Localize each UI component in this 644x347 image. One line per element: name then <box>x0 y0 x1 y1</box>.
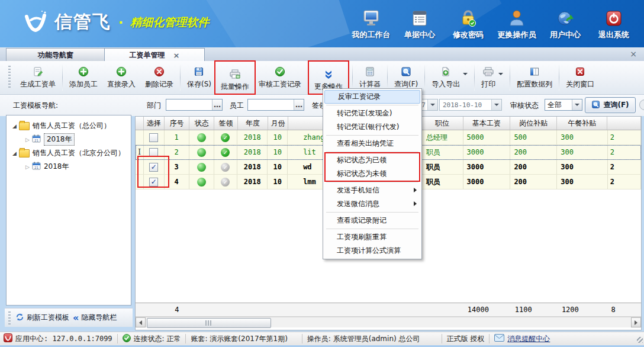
nav-user-center[interactable]: 用户中心 <box>541 7 590 40</box>
summary-clipped: 8 <box>609 303 642 316</box>
scroll-left-arrow[interactable] <box>136 317 146 327</box>
menu-item-mark-signed[interactable]: 标记状态为已领 <box>324 153 421 167</box>
footer-drag-handle[interactable] <box>8 311 11 324</box>
col-header-select[interactable]: 选择 <box>144 117 165 130</box>
batch-operation-button[interactable]: 批量操作 <box>216 62 254 93</box>
menu-item-voucher-cash[interactable]: 转记凭证(发现金) <box>324 107 421 120</box>
menu-item-formula-demo[interactable]: 工资项计算公式演算 <box>324 244 421 258</box>
direct-entry-button[interactable]: 直接录入 <box>102 62 140 93</box>
app-center-status: 应用中心: 127.0.0.1:7099 <box>4 333 112 344</box>
tree-node-2018-beijing[interactable]: ▷ 21 2018年 <box>7 160 131 174</box>
change-password-lock-icon <box>459 7 477 27</box>
hide-nav-button[interactable]: « 隐藏导航栏 <box>73 313 117 323</box>
tab-function-navigator[interactable]: 功能导航窗 <box>6 48 105 62</box>
collapsed-triangle-icon[interactable]: ▷ <box>25 137 30 143</box>
collapse-handle-icon[interactable] <box>639 99 644 110</box>
col-header-month[interactable]: 月份 <box>268 117 288 130</box>
menu-item-label: 发送手机短信 <box>337 186 379 194</box>
status-sphere-icon <box>197 178 206 187</box>
tree-node-2018-head[interactable]: ▷ 21 2018年 <box>7 133 131 146</box>
nav-switch-operator[interactable]: 更换操作员 <box>492 7 541 40</box>
import-export-button[interactable]: 导入导出 <box>427 62 472 93</box>
tree-node-label: 2018年 <box>44 162 69 172</box>
nav-my-workbench[interactable]: 我的工作台 <box>347 7 395 40</box>
cell-base-salary: 5000 <box>463 130 511 144</box>
col-header-sign[interactable]: 签领 <box>214 117 237 130</box>
resize-grip[interactable] <box>637 337 643 343</box>
menu-item-mark-unsigned[interactable]: 标记状态为未领 <box>324 167 421 181</box>
refresh-template-button[interactable]: 刷新工资模板 <box>15 313 69 323</box>
signed-check-icon: ✓ <box>221 133 230 142</box>
dept-picker-icon[interactable]: … <box>212 99 222 110</box>
expanded-triangle-icon[interactable]: ◢ <box>12 123 17 129</box>
tabbar-close-icon[interactable]: × <box>630 49 637 59</box>
cell-lunch-subsidy: 300 <box>557 130 607 144</box>
configure-columns-button[interactable]: 配置数据列 <box>512 62 557 93</box>
tree-node-head-office[interactable]: ◢ 销售人员工资（总公司） <box>7 119 131 133</box>
col-header-year[interactable]: 年度 <box>238 117 269 130</box>
cell-seq: 1 <box>165 130 189 144</box>
col-header-base-salary[interactable]: 基本工资 <box>463 117 511 130</box>
audit-status-select[interactable]: 全部 <box>545 99 582 111</box>
close-window-button[interactable]: 关闭窗口 <box>561 62 599 93</box>
horizontal-scrollbar[interactable] <box>136 317 641 327</box>
nav-change-password[interactable]: 修改密码 <box>444 7 492 40</box>
toolbar-drag-handle[interactable] <box>8 66 11 89</box>
account-set-text: 账套: 演示账套(2017年第1期) <box>191 334 287 344</box>
collapsed-triangle-icon[interactable]: ▷ <box>25 164 30 170</box>
nav-document-center[interactable]: 单据中心 <box>395 7 444 40</box>
close-window-icon <box>575 66 585 78</box>
nav-label: 单据中心 <box>404 30 435 40</box>
menu-item-send-sms[interactable]: 发送手机短信 <box>324 184 421 197</box>
document-center-icon <box>411 7 429 27</box>
col-header-post-subsidy[interactable]: 岗位补贴 <box>510 117 557 130</box>
query-icon <box>401 66 411 78</box>
menu-separator <box>326 105 418 105</box>
col-header-status[interactable]: 状态 <box>189 117 214 130</box>
menu-item-voucher-bank[interactable]: 转记凭证(银行代发) <box>324 120 421 134</box>
emp-picker-icon[interactable]: … <box>294 99 304 110</box>
button-label: 生成工资单 <box>20 79 56 89</box>
menu-item-recalculate[interactable]: 工资项刷新重算 <box>324 230 421 244</box>
audit-payroll-button[interactable]: 审核工资记录 <box>254 62 306 93</box>
col-header-seq[interactable]: 序号 <box>165 117 189 130</box>
exit-power-icon <box>605 7 623 27</box>
menu-item-unaudit[interactable]: 反审工资记录 <box>324 90 420 104</box>
date-to-picker[interactable]: 2018-10-10 <box>439 99 502 111</box>
message-center-link[interactable]: 消息提醒中心 <box>507 334 550 344</box>
generate-payroll-button[interactable]: 生成工资单 <box>15 62 60 93</box>
dropdown-caret-icon[interactable] <box>572 99 582 110</box>
expanded-triangle-icon[interactable]: ◢ <box>12 150 17 156</box>
print-button[interactable]: 打印 <box>476 62 508 93</box>
menu-separator <box>326 212 418 213</box>
emp-input[interactable]: … <box>247 99 304 111</box>
add-employee-button[interactable]: 添加员工 <box>65 62 102 93</box>
switch-operator-person-icon <box>508 7 526 27</box>
menu-item-view-cashier-voucher[interactable]: 查看相关出纳凭证 <box>324 137 421 150</box>
menu-separator <box>326 229 418 229</box>
menu-item-send-wechat[interactable]: 发送微信消息 <box>324 197 421 211</box>
scrollbar-thumb[interactable] <box>147 318 271 328</box>
dropdown-caret-icon <box>327 85 331 87</box>
row-checkbox[interactable] <box>149 133 158 142</box>
payroll-template-tree: ◢ 销售人员工资（总公司） ▷ 21 2018年 ◢ 销售人员工资（北京分公司）… <box>6 115 131 306</box>
dropdown-caret-icon[interactable] <box>491 99 501 110</box>
button-label: 导入导出 <box>432 79 460 89</box>
delete-record-button[interactable]: 删除记录 <box>140 62 178 93</box>
tree-node-beijing-branch[interactable]: ◢ 销售人员工资（北京分公司） <box>7 146 131 160</box>
save-button[interactable]: 保存(S) <box>182 62 216 93</box>
save-icon <box>194 66 204 78</box>
nav-exit-system[interactable]: 退出系统 <box>590 7 638 40</box>
cell-base-salary: 3000 <box>463 160 511 174</box>
nav-label: 用户中心 <box>550 30 581 40</box>
dropdown-caret-icon[interactable] <box>427 99 437 110</box>
scroll-right-arrow[interactable] <box>631 317 641 327</box>
dept-input[interactable]: … <box>166 99 223 111</box>
message-center[interactable]: 消息提醒中心 <box>494 334 550 344</box>
tab-payroll-management[interactable]: 工资单管理 × <box>104 48 205 62</box>
col-header-position[interactable]: 职位 <box>421 117 463 130</box>
tab-close-icon[interactable]: × <box>173 51 180 60</box>
menu-item-view-notes[interactable]: 查看或记录附记 <box>324 214 421 227</box>
query-filter-button[interactable]: 查询(F) <box>585 97 636 113</box>
col-header-lunch-subsidy[interactable]: 午餐补贴 <box>557 117 607 130</box>
